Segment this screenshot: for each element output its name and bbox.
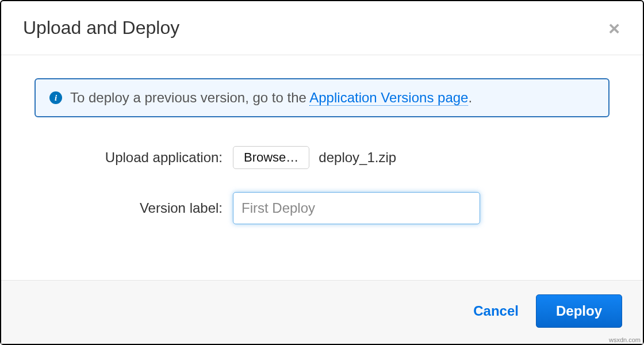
version-label-label: Version label: bbox=[34, 200, 233, 216]
application-versions-link[interactable]: Application Versions page bbox=[309, 90, 468, 106]
modal-header: Upload and Deploy × bbox=[1, 1, 643, 55]
info-alert-prefix: To deploy a previous version, go to the bbox=[70, 90, 309, 105]
modal-body: i To deploy a previous version, go to th… bbox=[1, 55, 643, 280]
close-icon[interactable]: × bbox=[608, 18, 621, 38]
form: Upload application: Browse… deploy_1.zip… bbox=[34, 146, 610, 224]
upload-application-label: Upload application: bbox=[34, 150, 233, 166]
cancel-button[interactable]: Cancel bbox=[473, 303, 519, 319]
info-icon: i bbox=[49, 91, 62, 104]
modal-title: Upload and Deploy bbox=[23, 17, 179, 39]
info-alert: i To deploy a previous version, go to th… bbox=[34, 78, 610, 117]
info-alert-text: To deploy a previous version, go to the … bbox=[70, 90, 472, 106]
version-label-input[interactable] bbox=[233, 192, 480, 224]
browse-button[interactable]: Browse… bbox=[233, 146, 309, 169]
version-label-controls bbox=[233, 192, 480, 224]
watermark: wsxdn.com bbox=[609, 336, 641, 343]
upload-application-controls: Browse… deploy_1.zip bbox=[233, 146, 396, 169]
upload-application-row: Upload application: Browse… deploy_1.zip bbox=[34, 146, 610, 169]
info-alert-suffix: . bbox=[468, 90, 472, 105]
upload-deploy-modal: Upload and Deploy × i To deploy a previo… bbox=[0, 0, 644, 345]
deploy-button[interactable]: Deploy bbox=[536, 294, 622, 328]
selected-filename: deploy_1.zip bbox=[319, 150, 396, 166]
modal-footer: Cancel Deploy bbox=[1, 280, 643, 344]
version-label-row: Version label: bbox=[34, 192, 610, 224]
